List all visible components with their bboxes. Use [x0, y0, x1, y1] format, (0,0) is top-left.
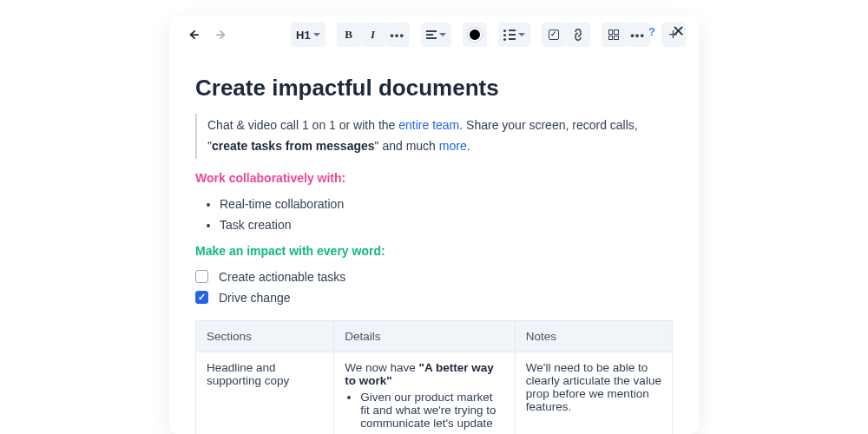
ellipsis-icon: ••• [390, 29, 404, 42]
list-item[interactable]: Real-time collaboration [220, 194, 673, 214]
align-select[interactable] [421, 23, 451, 47]
table-cell[interactable]: We'll need to be able to clearly articul… [515, 352, 672, 434]
forward-button[interactable] [209, 23, 233, 47]
cell-text: We now have [345, 361, 418, 374]
link-button[interactable] [566, 23, 590, 47]
heading-label: H1 [296, 29, 311, 42]
quote-link-team[interactable]: entire team [398, 118, 459, 132]
align-left-icon [426, 30, 437, 39]
document-editor-panel: H1 B I ••• [169, 16, 699, 434]
more-text-format-button[interactable]: ••• [385, 23, 410, 47]
checkbox-checked-icon[interactable] [195, 291, 208, 304]
table-header[interactable]: Details [334, 320, 516, 352]
table-icon [608, 30, 619, 40]
list-select[interactable] [498, 23, 530, 47]
chevron-down-icon [439, 33, 446, 40]
close-button[interactable]: ✕ [669, 23, 687, 40]
checkbox-unchecked-icon[interactable] [195, 270, 208, 283]
chevron-down-icon [518, 33, 525, 40]
table-button[interactable] [602, 23, 626, 47]
table-cell[interactable]: Headline and supporting copy [196, 352, 334, 434]
content-table[interactable]: Sections Details Notes Headline and supp… [195, 320, 673, 434]
table-header[interactable]: Notes [515, 320, 672, 352]
back-button[interactable] [181, 23, 206, 47]
heading-select[interactable]: H1 [291, 23, 326, 47]
checklist-label: Create actionable tasks [219, 270, 345, 284]
table-row: Headline and supporting copy We now have… [196, 352, 673, 434]
close-icon: ✕ [672, 22, 685, 41]
editor-toolbar: H1 B I ••• [169, 16, 699, 54]
quote-text: Chat & video call 1 on 1 or with the [207, 118, 398, 132]
question-icon: ? [648, 25, 655, 38]
link-icon [569, 26, 587, 43]
checklist-item[interactable]: Create actionable tasks [195, 266, 673, 287]
quote-text: " and much [375, 139, 439, 153]
table-header[interactable]: Sections [196, 320, 334, 352]
table-header-row: Sections Details Notes [196, 320, 673, 352]
checklist-label: Drive change [219, 291, 291, 305]
document-body[interactable]: Create impactful documents Chat & video … [169, 54, 699, 434]
help-button[interactable]: ? [643, 23, 661, 40]
section-heading-green[interactable]: Make an impact with every word: [195, 244, 673, 258]
cell-bullet: Given our product market fit and what we… [360, 391, 504, 430]
checklist-button[interactable] [542, 23, 566, 47]
checklist-icon [549, 30, 559, 40]
table-cell[interactable]: We now have "A better way to work" Given… [334, 352, 516, 434]
quote-bold: create tasks from messages [212, 139, 375, 153]
color-swatch-icon [468, 28, 482, 42]
bullet-list[interactable]: Real-time collaboration Task creation [195, 194, 673, 235]
quote-block[interactable]: Chat & video call 1 on 1 or with the ent… [195, 114, 673, 159]
chevron-down-icon [313, 33, 320, 40]
section-heading-pink[interactable]: Work collaboratively with: [195, 171, 673, 185]
page-title[interactable]: Create impactful documents [195, 75, 673, 102]
checklist-item[interactable]: Drive change [195, 287, 673, 308]
italic-button[interactable]: I [361, 23, 385, 47]
bold-button[interactable]: B [337, 23, 361, 47]
text-color-button[interactable] [463, 23, 487, 47]
quote-link-more[interactable]: more [439, 139, 467, 153]
list-item[interactable]: Task creation [220, 214, 673, 235]
quote-text: . [467, 139, 470, 153]
bulleted-list-icon [503, 30, 516, 41]
